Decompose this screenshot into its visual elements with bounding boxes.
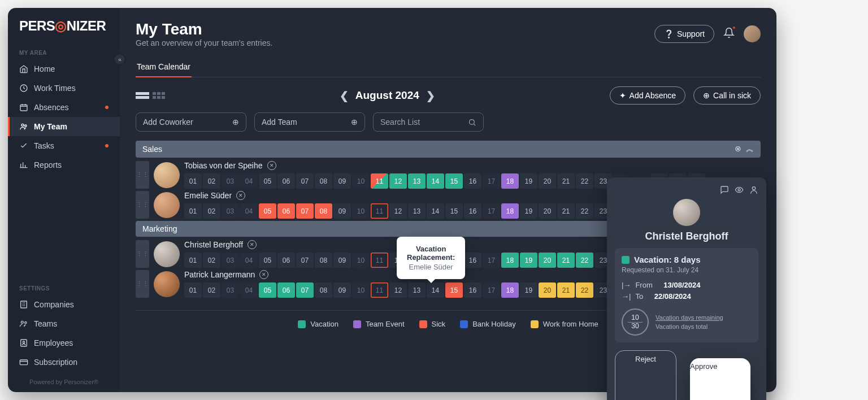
day-cell[interactable]: 18 bbox=[501, 203, 519, 219]
day-cell[interactable]: 03 bbox=[222, 173, 239, 189]
add-team-button[interactable]: Add Team ⊕ bbox=[254, 112, 365, 132]
day-cell[interactable]: 20 bbox=[539, 203, 556, 219]
drag-handle[interactable]: ⋮⋮ bbox=[136, 240, 149, 268]
day-cell[interactable]: 15 bbox=[445, 203, 463, 219]
day-cell[interactable]: 12 bbox=[389, 282, 407, 298]
day-cell[interactable]: 20 bbox=[539, 173, 556, 189]
day-cell[interactable]: 01 bbox=[184, 203, 202, 219]
day-cell[interactable]: 10 bbox=[352, 173, 370, 189]
nav-teams[interactable]: Teams bbox=[8, 314, 120, 333]
day-cell[interactable]: 15 bbox=[445, 173, 463, 189]
day-cell[interactable]: 11 bbox=[371, 173, 388, 189]
day-cell[interactable]: 04 bbox=[240, 253, 258, 268]
day-cell[interactable]: 13 bbox=[408, 173, 426, 189]
day-cell[interactable]: 06 bbox=[277, 282, 295, 298]
day-cell[interactable]: 02 bbox=[203, 253, 220, 268]
day-cell[interactable]: 05 bbox=[259, 203, 276, 219]
day-cell[interactable]: 10 bbox=[352, 253, 370, 268]
day-cell[interactable]: 10 bbox=[352, 203, 370, 219]
day-cell[interactable]: 03 bbox=[222, 253, 239, 268]
day-cell[interactable]: 22 bbox=[576, 253, 593, 268]
nav-worktimes[interactable]: Work Times bbox=[8, 79, 120, 98]
comment-icon[interactable] bbox=[720, 185, 729, 197]
day-cell[interactable]: 14 bbox=[427, 203, 444, 219]
nav-companies[interactable]: Companies bbox=[8, 295, 120, 314]
day-cell[interactable]: 02 bbox=[203, 203, 220, 219]
day-cell[interactable]: 01 bbox=[184, 173, 202, 189]
day-cell[interactable]: 03 bbox=[222, 282, 239, 298]
day-cell[interactable]: 21 bbox=[557, 282, 575, 298]
day-cell[interactable]: 17 bbox=[483, 282, 500, 298]
day-cell[interactable]: 05 bbox=[259, 253, 276, 268]
day-cell[interactable]: 16 bbox=[464, 173, 481, 189]
day-cell[interactable]: 16 bbox=[464, 253, 481, 268]
day-cell[interactable]: 21 bbox=[557, 203, 575, 219]
day-cell[interactable]: 13 bbox=[408, 282, 426, 298]
day-cell[interactable]: 05 bbox=[259, 282, 276, 298]
day-cell[interactable]: 13 bbox=[408, 203, 426, 219]
day-cell[interactable]: 22 bbox=[576, 203, 593, 219]
day-cell[interactable]: 07 bbox=[296, 282, 314, 298]
day-cell[interactable]: 04 bbox=[240, 282, 258, 298]
day-cell[interactable]: 06 bbox=[277, 173, 295, 189]
day-cell[interactable]: 02 bbox=[203, 282, 220, 298]
next-month-button[interactable]: ❯ bbox=[426, 89, 435, 102]
member-avatar[interactable] bbox=[154, 162, 180, 188]
user-avatar[interactable] bbox=[744, 25, 761, 42]
day-cell[interactable]: 04 bbox=[240, 173, 258, 189]
day-cell[interactable]: 20 bbox=[539, 253, 556, 268]
drag-handle[interactable]: ⋮⋮ bbox=[136, 161, 149, 189]
visibility-icon[interactable] bbox=[735, 185, 744, 197]
search-field[interactable] bbox=[373, 112, 484, 132]
day-cell[interactable]: 09 bbox=[333, 282, 351, 298]
remove-member-button[interactable]: ✕ bbox=[259, 270, 268, 279]
day-cell[interactable]: 18 bbox=[501, 253, 519, 268]
day-cell[interactable]: 17 bbox=[483, 253, 500, 268]
reject-button[interactable]: Reject bbox=[615, 350, 676, 400]
day-cell[interactable]: 09 bbox=[333, 173, 351, 189]
remove-member-button[interactable]: ✕ bbox=[236, 191, 245, 200]
day-cell[interactable]: 21 bbox=[557, 253, 575, 268]
day-cell[interactable]: 17 bbox=[483, 173, 500, 189]
day-cell[interactable]: 22 bbox=[576, 282, 593, 298]
add-coworker-button[interactable]: Add Coworker ⊕ bbox=[136, 112, 246, 132]
day-cell[interactable]: 19 bbox=[520, 173, 537, 189]
nav-home[interactable]: Home bbox=[8, 59, 120, 79]
member-avatar[interactable] bbox=[154, 271, 180, 297]
day-cell[interactable]: 01 bbox=[184, 282, 202, 298]
day-cell[interactable]: 03 bbox=[222, 203, 239, 219]
nav-reports[interactable]: Reports bbox=[8, 155, 120, 175]
search-input[interactable] bbox=[380, 118, 468, 127]
member-avatar[interactable] bbox=[154, 241, 180, 267]
remove-member-button[interactable]: ✕ bbox=[267, 161, 276, 170]
day-cell[interactable]: 18 bbox=[501, 282, 519, 298]
day-cell[interactable]: 01 bbox=[184, 253, 202, 268]
day-cell[interactable]: 12 bbox=[389, 173, 407, 189]
day-cell[interactable]: 09 bbox=[333, 203, 351, 219]
day-cell[interactable]: 16 bbox=[464, 203, 481, 219]
day-cell[interactable]: 14 bbox=[427, 282, 444, 298]
day-cell[interactable]: 09 bbox=[333, 253, 351, 268]
day-cell[interactable]: 19 bbox=[520, 282, 537, 298]
view-grid-button[interactable] bbox=[153, 92, 165, 99]
day-cell[interactable]: 11 bbox=[371, 282, 388, 298]
person-icon[interactable] bbox=[749, 185, 758, 197]
day-cell[interactable]: 15 bbox=[445, 282, 463, 298]
group-header-sales[interactable]: Sales⊗︽ bbox=[136, 141, 761, 158]
support-button[interactable]: ❔ Support bbox=[654, 25, 714, 43]
nav-tasks[interactable]: Tasks bbox=[8, 136, 120, 155]
nav-employees[interactable]: Employees bbox=[8, 333, 120, 353]
day-cell[interactable]: 07 bbox=[296, 203, 314, 219]
day-cell[interactable]: 19 bbox=[520, 253, 537, 268]
call-sick-button[interactable]: ⊕ Call in sick bbox=[693, 86, 761, 105]
day-cell[interactable]: 08 bbox=[315, 203, 332, 219]
day-cell[interactable]: 06 bbox=[277, 203, 295, 219]
drag-handle[interactable]: ⋮⋮ bbox=[136, 191, 149, 219]
day-cell[interactable]: 08 bbox=[315, 282, 332, 298]
day-cell[interactable]: 22 bbox=[576, 173, 593, 189]
day-cell[interactable]: 21 bbox=[557, 173, 575, 189]
day-cell[interactable]: 08 bbox=[315, 253, 332, 268]
day-cell[interactable]: 02 bbox=[203, 173, 220, 189]
member-avatar[interactable] bbox=[154, 192, 180, 218]
day-cell[interactable]: 07 bbox=[296, 173, 314, 189]
